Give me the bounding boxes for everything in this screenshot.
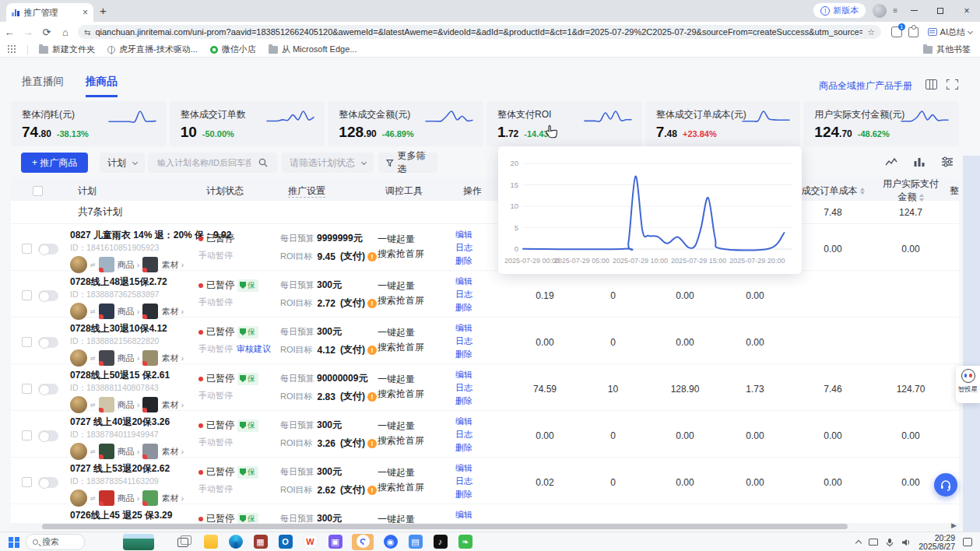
clock[interactable]: 20:29 2025/8/27 [919, 534, 955, 551]
search-grab-link[interactable]: 搜索抢首屏 [378, 387, 455, 402]
manual-link[interactable]: 商品全域推广产品手册 [819, 79, 912, 93]
select-all-checkbox[interactable] [33, 186, 43, 196]
product-thumbnail[interactable] [99, 444, 114, 459]
sort-icon[interactable] [919, 194, 924, 202]
product-link[interactable]: 商品 › [118, 259, 140, 271]
task-view-button[interactable] [176, 534, 190, 550]
site-info-icon[interactable]: ⇆ [84, 28, 90, 37]
warning-icon[interactable]: ! [367, 299, 377, 308]
blue-tile-app-icon[interactable]: ▤ [407, 534, 423, 550]
edit-link[interactable]: 编辑 [455, 321, 510, 335]
wechat-store-icon[interactable]: ❧ [457, 534, 473, 550]
stat-card[interactable]: 整体成交金额(元) 128 .90 -46.89% [328, 101, 483, 146]
bookmark-item[interactable]: 虎牙直播-技术驱动... [107, 44, 198, 55]
search-grab-link[interactable]: 搜索抢首屏 [378, 480, 455, 495]
product-link[interactable]: 商品 › [118, 306, 140, 318]
minimize-button[interactable] [904, 3, 924, 19]
menu-icon[interactable]: ≡ [893, 6, 897, 15]
columns-icon[interactable] [913, 156, 926, 168]
apps-grid-icon[interactable] [8, 45, 16, 54]
product-link[interactable]: 商品 › [118, 493, 140, 504]
row-checkbox[interactable] [22, 337, 32, 347]
workspace-app-icon[interactable]: ▣ [327, 534, 343, 550]
row-checkbox[interactable] [22, 477, 32, 487]
start-button[interactable] [6, 534, 22, 550]
trend-toggle-icon[interactable] [885, 156, 897, 168]
material-thumbnail[interactable] [142, 350, 158, 366]
material-thumbnail[interactable] [142, 490, 158, 506]
one-key-boost-link[interactable]: 一键起量 [378, 372, 455, 387]
plan-toggle[interactable] [38, 337, 58, 348]
material-link[interactable]: 素材 › [161, 399, 184, 411]
plan-toggle[interactable] [38, 430, 58, 441]
stat-card[interactable]: 整体支付ROI 1 .72 -14.43% [486, 101, 642, 146]
wps-icon[interactable]: W [302, 534, 318, 550]
product-thumbnail[interactable] [99, 257, 114, 272]
url-bar[interactable]: ⇆ qianchuan.jinritemai.com/uni-prom?aavi… [78, 25, 881, 39]
extensions-puzzle-icon[interactable] [908, 27, 919, 37]
one-key-boost-link[interactable]: 一键起量 [378, 419, 455, 433]
plan-toggle[interactable] [38, 477, 58, 488]
one-key-boost-link[interactable]: 一键起量 [378, 325, 455, 340]
plan-toggle[interactable] [38, 290, 58, 301]
product-thumbnail[interactable] [99, 490, 114, 506]
bookmark-item[interactable]: 微信小店 [210, 44, 256, 55]
warning-icon[interactable]: ! [367, 439, 377, 448]
one-key-boost-link[interactable]: 一键起量 [378, 232, 455, 247]
header-tools[interactable]: 调控工具 [378, 184, 455, 198]
zhitouxing-widget[interactable]: 智投星 [956, 366, 980, 403]
back-icon[interactable]: ← [0, 26, 19, 38]
outlook-icon[interactable]: O [277, 534, 293, 550]
help-fab-button[interactable] [934, 473, 957, 497]
weather-widget[interactable] [123, 534, 154, 550]
header-status[interactable]: 计划状态 [198, 184, 280, 198]
taskbar-search[interactable]: 搜索 [26, 534, 85, 550]
close-button[interactable]: × [957, 3, 977, 19]
mic-icon[interactable] [886, 538, 894, 547]
bookmark-item[interactable]: 新建文件夹 [39, 44, 95, 55]
bookmark-star-icon[interactable]: ☆ [867, 27, 875, 37]
qianchuan-app-icon[interactable]: Ϛ [352, 534, 374, 550]
log-link[interactable]: 日志 [455, 475, 510, 488]
product-link[interactable]: 商品 › [118, 446, 140, 458]
browser-circle-app-icon[interactable]: ◉ [382, 534, 399, 550]
header-plan[interactable]: 计划 [70, 184, 198, 198]
product-thumbnail[interactable] [99, 350, 114, 366]
ai-summary-button[interactable]: AI总结 [925, 25, 975, 40]
edit-link[interactable]: 编辑 [455, 275, 510, 288]
edit-link[interactable]: 编辑 [455, 462, 510, 475]
material-thumbnail[interactable] [142, 257, 158, 272]
avatar[interactable] [873, 4, 887, 18]
delete-link[interactable]: 删除 [455, 441, 510, 454]
sort-icon[interactable] [860, 188, 865, 195]
fullscreen-icon[interactable] [947, 79, 958, 89]
material-link[interactable]: 素材 › [161, 493, 184, 504]
promote-product-button[interactable]: + 推广商品 [21, 153, 88, 173]
volume-icon[interactable] [901, 538, 911, 547]
browser-tab[interactable]: 推广管理 × [6, 3, 93, 22]
warning-icon[interactable]: ! [367, 252, 377, 261]
new-tab-button[interactable]: + [100, 4, 107, 17]
stat-card[interactable]: 整体成交订单数 10 -50.00% [170, 101, 325, 146]
plan-search[interactable] [148, 153, 277, 173]
log-link[interactable]: 日志 [455, 381, 510, 395]
search-grab-link[interactable]: 搜索抢首屏 [378, 293, 455, 308]
row-checkbox[interactable] [22, 244, 32, 254]
home-icon[interactable]: ⌂ [56, 26, 75, 38]
material-link[interactable]: 素材 › [161, 446, 184, 458]
delete-link[interactable]: 删除 [455, 348, 510, 361]
delete-link[interactable]: 删除 [455, 488, 510, 501]
tab-product[interactable]: 推商品 [86, 75, 118, 97]
more-filter-button[interactable]: 更多筛选 [378, 153, 437, 173]
review-suggestion-link[interactable]: 审核建议 [237, 344, 271, 353]
material-thumbnail[interactable] [142, 444, 158, 459]
edit-link[interactable]: 编辑 [455, 415, 510, 428]
reload-icon[interactable]: ⟳ [37, 26, 56, 38]
plan-toggle[interactable] [38, 244, 58, 254]
notification-center-icon[interactable] [963, 538, 972, 546]
stat-card[interactable]: 用户实际支付金额(元) 124 .70 -48.62% [803, 101, 959, 146]
douyin-icon[interactable]: ♪ [432, 534, 448, 550]
tray-expand-icon[interactable] [855, 540, 862, 546]
warning-icon[interactable]: ! [367, 486, 377, 495]
warning-icon[interactable]: ! [367, 392, 377, 402]
